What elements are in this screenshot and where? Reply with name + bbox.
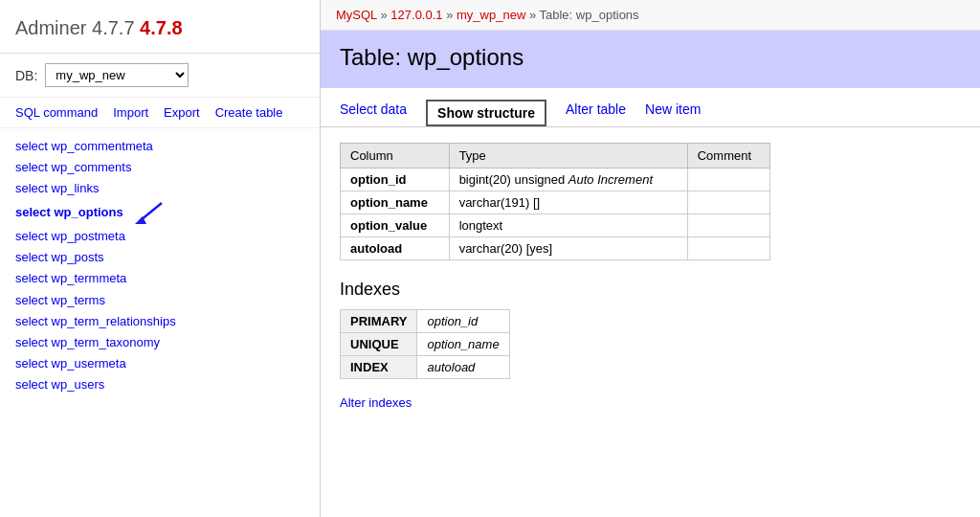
svg-line-0 — [141, 203, 162, 220]
sidebar: Adminer 4.7.7 4.7.8 DB: my_wp_new SQL co… — [0, 0, 321, 517]
table-link-wp_postmeta[interactable]: select wp_postmeta — [15, 226, 304, 247]
table-link-wp_commentmeta[interactable]: select wp_commentmeta — [15, 136, 304, 157]
page-header: Table: wp_options — [321, 31, 980, 88]
sql-command-link[interactable]: SQL command — [15, 105, 98, 120]
col-name-autoload: autoload — [341, 237, 450, 260]
idx-type-index: INDEX — [341, 356, 417, 379]
col-header-comment: Comment — [687, 144, 769, 169]
adminer-version-new: 4.7.8 — [140, 17, 182, 38]
col-comment-option_id — [687, 169, 769, 191]
table-link-wp_termmeta[interactable]: select wp_termmeta — [15, 268, 304, 289]
index-row-unique: UNIQUE option_name — [341, 333, 510, 356]
sidebar-nav: SQL command Import Export Create table — [0, 98, 320, 128]
alter-indexes-link[interactable]: Alter indexes — [340, 395, 412, 410]
table-row: option_value longtext — [341, 214, 770, 237]
adminer-title: Adminer 4.7.7 4.7.8 — [15, 17, 183, 38]
breadcrumb: MySQL » 127.0.0.1 » my_wp_new » Table: w… — [321, 0, 980, 31]
table-link-wp_term_relationships[interactable]: select wp_term_relationships — [15, 311, 304, 332]
idx-type-unique: UNIQUE — [341, 333, 417, 356]
tab-nav: Select data Show structure Alter table N… — [321, 88, 980, 127]
idx-name-primary: option_id — [417, 310, 509, 333]
indexes-title: Indexes — [340, 280, 961, 300]
col-type-option_value: longtext — [449, 214, 687, 237]
db-select[interactable]: my_wp_new — [45, 63, 189, 87]
idx-type-primary: PRIMARY — [341, 310, 417, 333]
col-comment-option_value — [687, 214, 769, 237]
content-area: Column Type Comment option_id bigint(20)… — [321, 143, 980, 429]
structure-table: Column Type Comment option_id bigint(20)… — [340, 143, 770, 260]
table-link-wp_terms[interactable]: select wp_terms — [15, 290, 304, 311]
col-name-option_value: option_value — [341, 214, 450, 237]
main-content: MySQL » 127.0.0.1 » my_wp_new » Table: w… — [321, 0, 980, 517]
adminer-version-old: 4.7.7 — [92, 17, 134, 38]
col-type-autoload: varchar(20) [yes] — [449, 237, 687, 260]
col-comment-autoload — [687, 237, 769, 260]
table-link-wp_term_taxonomy[interactable]: select wp_term_taxonomy — [15, 332, 304, 353]
col-comment-option_name — [687, 191, 769, 214]
table-row: option_name varchar(191) [] — [341, 191, 770, 214]
col-header-type: Type — [449, 144, 687, 169]
table-link-wp_links[interactable]: select wp_links — [15, 178, 304, 199]
adminer-name: Adminer — [15, 17, 86, 38]
table-link-wp_options[interactable]: select wp_options — [15, 199, 304, 226]
select-data-tab[interactable]: Select data — [340, 101, 407, 124]
idx-name-index: autoload — [417, 356, 509, 379]
table-link-wp_comments[interactable]: select wp_comments — [15, 157, 304, 178]
arrow-icon — [133, 199, 167, 226]
table-link-wp_usermeta[interactable]: select wp_usermeta — [15, 353, 304, 374]
breadcrumb-table: Table: wp_options — [540, 8, 639, 22]
table-row: option_id bigint(20) unsigned Auto Incre… — [341, 169, 770, 191]
col-type-option_id: bigint(20) unsigned Auto Increment — [449, 169, 687, 191]
breadcrumb-db[interactable]: my_wp_new — [457, 8, 525, 22]
col-type-option_name: varchar(191) [] — [449, 191, 687, 214]
alter-table-tab[interactable]: Alter table — [566, 101, 626, 124]
page-title: Table: wp_options — [340, 44, 961, 71]
import-link[interactable]: Import — [113, 105, 148, 120]
sidebar-header: Adminer 4.7.7 4.7.8 — [0, 0, 320, 54]
col-name-option_name: option_name — [341, 191, 450, 214]
show-structure-tab[interactable]: Show structure — [426, 100, 546, 126]
index-row-index: INDEX autoload — [341, 356, 510, 379]
table-row: autoload varchar(20) [yes] — [341, 237, 770, 260]
create-table-link[interactable]: Create table — [215, 105, 283, 120]
sidebar-tables: select wp_commentmeta select wp_comments… — [0, 128, 320, 403]
db-label: DB: — [15, 68, 37, 83]
col-header-column: Column — [341, 144, 450, 169]
export-link[interactable]: Export — [164, 105, 200, 120]
breadcrumb-mysql[interactable]: MySQL — [336, 8, 377, 22]
breadcrumb-host[interactable]: 127.0.0.1 — [390, 8, 442, 22]
table-link-wp_users[interactable]: select wp_users — [15, 374, 304, 395]
idx-name-unique: option_name — [417, 333, 509, 356]
wp-options-label: select wp_options — [15, 202, 123, 223]
new-item-tab[interactable]: New item — [645, 101, 701, 124]
indexes-table: PRIMARY option_id UNIQUE option_name IND… — [340, 309, 510, 379]
table-link-wp_posts[interactable]: select wp_posts — [15, 247, 304, 268]
index-row-primary: PRIMARY option_id — [341, 310, 510, 333]
db-selector-row: DB: my_wp_new — [0, 54, 320, 98]
col-name-option_id: option_id — [341, 169, 450, 191]
